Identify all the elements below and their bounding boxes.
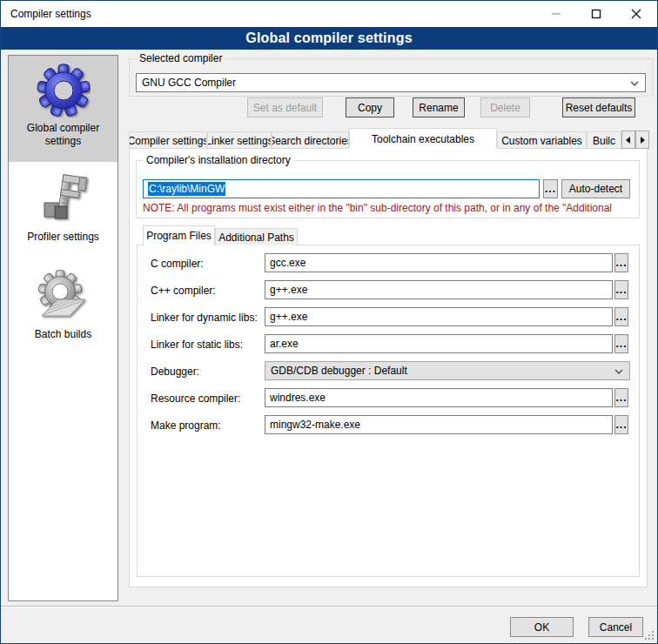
linker-dynamic-input[interactable]: g++.exe: [265, 307, 613, 326]
linker-static-value: ar.exe: [270, 338, 299, 350]
linker-dynamic-value: g++.exe: [270, 311, 307, 323]
resource-compiler-browse-button[interactable]: ...: [614, 388, 628, 407]
ok-button[interactable]: OK: [510, 617, 574, 637]
linker-static-browse-button[interactable]: ...: [614, 334, 628, 353]
bin-subdirectory-note: NOTE: All programs must exist either in …: [143, 202, 636, 214]
chevron-down-icon: [630, 81, 639, 86]
sidebar-item-batch-builds[interactable]: Batch builds: [9, 270, 118, 341]
maximize-icon: [591, 9, 601, 19]
titlebar[interactable]: Compiler settings: [1, 1, 657, 27]
tab-build-options-truncated[interactable]: Builc: [587, 131, 621, 149]
tab-scroll-left-button[interactable]: [621, 131, 635, 149]
maximize-button[interactable]: [576, 2, 616, 26]
sidebar-item-label: Profiler settings: [24, 231, 103, 244]
minimize-icon: [551, 9, 561, 19]
tab-compiler-settings[interactable]: Compiler settings: [129, 131, 207, 149]
linker-static-label: Linker for static libs:: [151, 339, 264, 351]
window-title: Compiler settings: [10, 8, 91, 20]
resource-compiler-value: windres.exe: [270, 392, 326, 404]
tab-linker-settings[interactable]: Linker settings: [207, 131, 272, 149]
auto-detect-button[interactable]: Auto-detect: [561, 179, 630, 198]
tab-search-directories[interactable]: Search directories: [272, 131, 349, 149]
debugger-label: Debugger:: [151, 366, 264, 378]
sidebar-item-global-compiler-settings[interactable]: Global compiler settings: [9, 56, 118, 162]
compiler-select[interactable]: GNU GCC Compiler: [136, 73, 646, 92]
minimize-button[interactable]: [536, 2, 576, 26]
make-program-value: mingw32-make.exe: [270, 419, 360, 431]
debugger-value: GDB/CDB debugger : Default: [271, 365, 407, 377]
sidebar-item-profiler-settings[interactable]: Profiler settings: [9, 172, 118, 244]
tab-custom-variables[interactable]: Custom variables: [497, 131, 587, 149]
gear-stack-icon: [37, 270, 91, 324]
c-compiler-browse-button[interactable]: ...: [614, 253, 628, 272]
caliper-icon: [37, 172, 91, 226]
installation-directory-group-label: Compiler's installation directory: [144, 154, 293, 166]
arrow-left-icon: [626, 137, 631, 144]
linker-static-input[interactable]: ar.exe: [265, 334, 613, 353]
cpp-compiler-input[interactable]: g++.exe: [265, 280, 613, 299]
close-icon: [631, 9, 641, 19]
settings-category-list: Global compiler settings: [8, 55, 118, 601]
c-compiler-value: gcc.exe: [270, 257, 306, 269]
resize-grip[interactable]: [645, 631, 654, 640]
installation-directory-input[interactable]: C:\raylib\MinGW: [143, 179, 540, 198]
delete-button: Delete: [480, 97, 530, 117]
reset-defaults-button[interactable]: Reset defaults: [562, 97, 635, 117]
selected-compiler-group-label: Selected compiler: [137, 52, 225, 64]
dialog-banner: Global compiler settings: [1, 27, 657, 50]
footer-separator: [1, 606, 658, 607]
resource-compiler-input[interactable]: windres.exe: [265, 388, 613, 407]
sidebar-item-label: Batch builds: [31, 328, 95, 341]
browse-directory-button[interactable]: ...: [543, 179, 558, 198]
compiler-settings-dialog: Compiler settings Global compiler settin…: [0, 0, 658, 644]
cancel-button[interactable]: Cancel: [588, 617, 643, 637]
rename-button[interactable]: Rename: [413, 97, 465, 117]
tab-toolchain-executables[interactable]: Toolchain executables: [349, 128, 497, 149]
linker-dynamic-label: Linker for dynamic libs:: [151, 312, 264, 324]
page-title: Global compiler settings: [245, 30, 413, 46]
cpp-compiler-value: g++.exe: [270, 284, 307, 296]
copy-button[interactable]: Copy: [346, 97, 394, 117]
set-as-default-button: Set as default: [247, 97, 323, 117]
arrow-right-icon: [640, 137, 645, 144]
subtab-program-files[interactable]: Program Files: [143, 225, 215, 245]
make-program-label: Make program:: [151, 419, 264, 432]
make-program-input[interactable]: mingw32-make.exe: [265, 415, 613, 434]
subtab-additional-paths[interactable]: Additional Paths: [215, 228, 298, 245]
close-button[interactable]: [616, 2, 656, 26]
installation-directory-value: C:\raylib\MinGW: [148, 182, 225, 196]
make-program-browse-button[interactable]: ...: [614, 415, 628, 434]
cpp-compiler-label: C++ compiler:: [151, 285, 264, 297]
blue-gear-icon: [37, 64, 91, 117]
cpp-compiler-browse-button[interactable]: ...: [614, 280, 628, 299]
resource-compiler-label: Resource compiler:: [151, 392, 264, 405]
linker-dynamic-browse-button[interactable]: ...: [614, 307, 628, 326]
sidebar-item-label: Global compiler settings: [9, 122, 118, 148]
c-compiler-label: C compiler:: [151, 258, 264, 270]
tab-scroll-right-button[interactable]: [635, 131, 649, 149]
chevron-down-icon: [614, 369, 623, 374]
c-compiler-input[interactable]: gcc.exe: [265, 253, 613, 272]
debugger-select[interactable]: GDB/CDB debugger : Default: [265, 361, 630, 380]
compiler-select-value: GNU GCC Compiler: [142, 77, 236, 89]
